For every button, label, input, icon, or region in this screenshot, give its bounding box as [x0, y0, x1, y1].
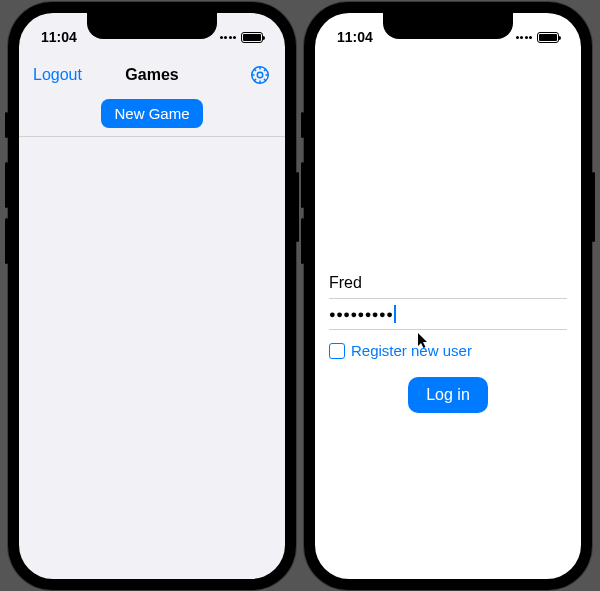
settings-button[interactable]	[249, 64, 271, 86]
battery-icon	[537, 32, 559, 43]
signal-icon	[516, 36, 533, 39]
battery-icon	[241, 32, 263, 43]
register-row[interactable]: Register new user	[329, 342, 567, 359]
new-game-button[interactable]: New Game	[101, 99, 202, 128]
password-value: ●●●●●●●●●	[329, 308, 393, 320]
phone-right: 11:04 Fred ●●●●●●●●● Register new user L…	[304, 2, 592, 590]
username-field[interactable]: Fred	[329, 268, 567, 299]
toolbar: New Game	[19, 97, 285, 137]
status-right	[220, 32, 264, 43]
status-time: 11:04	[41, 29, 77, 45]
nav-bar: Logout Games	[19, 53, 285, 97]
logout-button[interactable]: Logout	[33, 66, 82, 84]
phone-left: 11:04 Logout Games New Game	[8, 2, 296, 590]
text-cursor	[394, 305, 396, 323]
status-time: 11:04	[337, 29, 373, 45]
device-notch	[87, 13, 217, 39]
svg-point-1	[257, 72, 263, 78]
login-button[interactable]: Log in	[408, 377, 488, 413]
username-value: Fred	[329, 274, 362, 292]
signal-icon	[220, 36, 237, 39]
gear-icon	[249, 64, 271, 86]
device-notch	[383, 13, 513, 39]
login-form: Fred ●●●●●●●●● Register new user Log in	[329, 268, 567, 413]
password-field[interactable]: ●●●●●●●●●	[329, 299, 567, 330]
page-title: Games	[125, 66, 178, 84]
status-right	[516, 32, 560, 43]
register-checkbox[interactable]	[329, 343, 345, 359]
register-label: Register new user	[351, 342, 472, 359]
